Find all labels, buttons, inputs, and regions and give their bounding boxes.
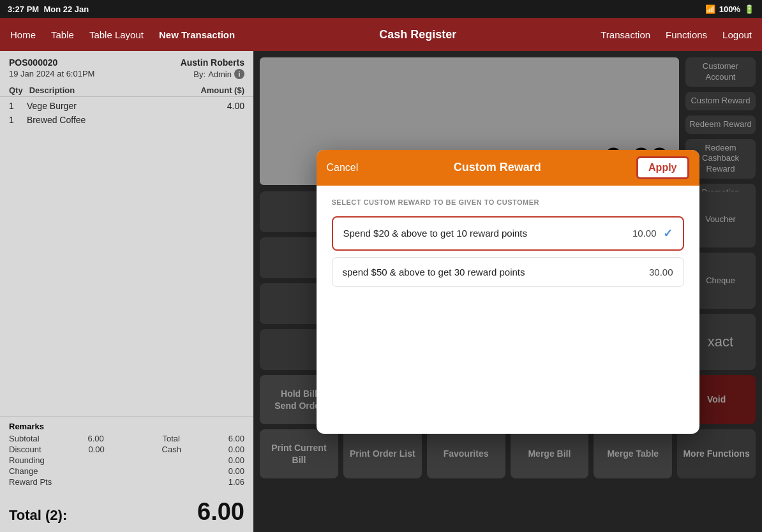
nav-table-layout[interactable]: Table Layout — [89, 29, 144, 40]
modal-overlay: Cancel Custom Reward Apply SELECT CUSTOM… — [253, 51, 762, 532]
modal-apply-button[interactable]: Apply — [636, 156, 689, 179]
receipt-items: 1 Vege Burger 4.00 1 Brewed Coffee — [0, 97, 253, 416]
subtotal-row: Subtotal 6.00 Total 6.00 — [9, 434, 244, 443]
receipt-total: Total (2): 6.00 — [0, 493, 253, 532]
receipt-header: POS000020 Austin Roberts 19 Jan 2024 at … — [0, 51, 253, 82]
receipt-item: 1 Brewed Coffee — [9, 115, 244, 125]
reward-points-2: 30.00 — [649, 267, 673, 277]
nav-transaction[interactable]: Transaction — [601, 29, 650, 40]
left-panel: POS000020 Austin Roberts 19 Jan 2024 at … — [0, 51, 253, 532]
info-icon[interactable]: i — [234, 69, 244, 79]
main-content: POS000020 Austin Roberts 19 Jan 2024 at … — [0, 51, 762, 532]
nav-title: Cash Register — [235, 28, 601, 41]
checkmark-icon: ✓ — [663, 226, 673, 240]
wifi-icon: 📶 — [705, 4, 715, 14]
status-right: 📶 100% 🔋 — [705, 4, 754, 14]
nav-right: Transaction Functions Logout — [601, 29, 752, 40]
rounding-row: Rounding 0.00 — [9, 455, 244, 465]
nav-functions[interactable]: Functions — [666, 29, 707, 40]
reward-points-1: 10.00 ✓ — [632, 226, 673, 240]
nav-table[interactable]: Table — [51, 29, 74, 40]
receipt-item: 1 Vege Burger 4.00 — [9, 101, 244, 111]
custom-reward-modal: Cancel Custom Reward Apply SELECT CUSTOM… — [317, 150, 699, 434]
nav-left: Home Table Table Layout New Transaction — [10, 29, 235, 40]
modal-subtitle: SELECT CUSTOM REWARD TO BE GIVEN TO CUST… — [332, 198, 684, 206]
customer-name: Austin Roberts — [181, 57, 244, 68]
reward-pts-row: Reward Pts 1.06 — [9, 477, 244, 487]
reward-item-2[interactable]: spend $50 & above to get 30 reward point… — [332, 257, 684, 287]
nav-logout[interactable]: Logout — [722, 29, 752, 40]
modal-header: Cancel Custom Reward Apply — [317, 150, 699, 186]
change-row: Change 0.00 — [9, 466, 244, 476]
pos-id: POS000020 — [9, 57, 57, 68]
modal-title: Custom Reward — [358, 161, 636, 174]
receipt-columns: Qty Description Amount ($) — [0, 82, 253, 97]
receipt-by: By: Admin i — [193, 69, 244, 79]
receipt-footer: Remarks Subtotal 6.00 Total 6.00 Discoun… — [0, 416, 253, 493]
battery-icon: 🔋 — [744, 4, 754, 14]
nav-bar: Home Table Table Layout New Transaction … — [0, 18, 762, 51]
right-panel: 0.00 Customer Account Custom Reward Rede… — [253, 51, 762, 532]
receipt-date: 19 Jan 2024 at 6:01PM — [9, 69, 94, 79]
reward-label-1: Spend $20 & above to get 10 reward point… — [343, 228, 528, 239]
battery-level: 100% — [719, 4, 740, 14]
status-time: 3:27 PM Mon 22 Jan — [8, 4, 89, 14]
modal-spacer — [332, 293, 684, 421]
discount-row: Discount 0.00 Cash 0.00 — [9, 445, 244, 454]
modal-body: SELECT CUSTOM REWARD TO BE GIVEN TO CUST… — [317, 186, 699, 434]
modal-cancel-button[interactable]: Cancel — [327, 162, 359, 174]
reward-label-2: spend $50 & above to get 30 reward point… — [343, 267, 525, 277]
nav-home[interactable]: Home — [10, 29, 36, 40]
reward-item-1[interactable]: Spend $20 & above to get 10 reward point… — [332, 216, 684, 251]
status-bar: 3:27 PM Mon 22 Jan 📶 100% 🔋 — [0, 0, 762, 18]
nav-new-transaction[interactable]: New Transaction — [159, 29, 235, 40]
remarks-label: Remarks — [9, 422, 244, 431]
